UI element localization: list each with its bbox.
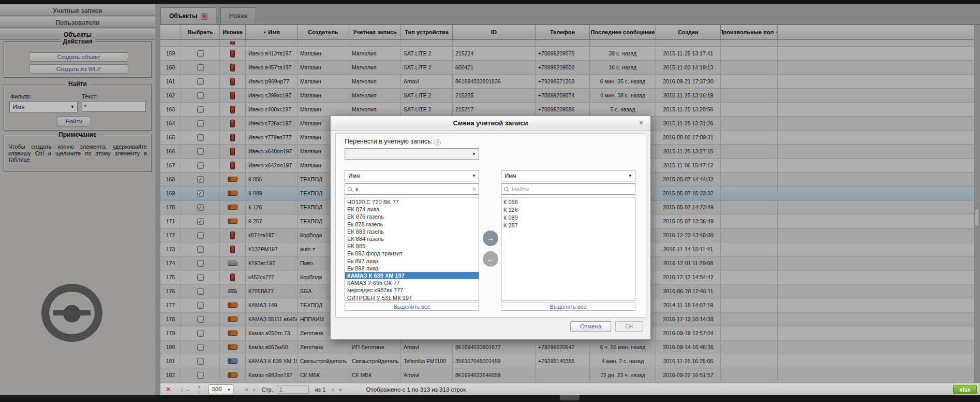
source-search-input[interactable] <box>354 185 470 193</box>
bottom-edge-strip: ····· <box>0 395 980 402</box>
move-right-button[interactable]: → <box>483 231 498 246</box>
list-item[interactable]: К 089 <box>501 214 635 222</box>
help-icon[interactable]: ? <box>434 139 441 146</box>
list-item[interactable]: ЕК 876 газель <box>345 213 479 220</box>
source-filter-value: Имя <box>348 173 360 179</box>
source-filter-select[interactable]: Имя <box>345 170 479 181</box>
dialog-title: Смена учетной записи <box>331 116 650 131</box>
target-account-select[interactable] <box>345 148 479 160</box>
list-item[interactable]: мерседес х987вк 777 <box>345 286 479 294</box>
panel-grip[interactable]: ····· <box>560 395 580 400</box>
application-window: Учетные записиПользователиОбъекты Действ… <box>0 0 980 402</box>
list-item[interactable]: ЕК 885 <box>345 242 479 250</box>
page-input[interactable] <box>277 385 309 394</box>
clear-selection-icon[interactable]: ✕ <box>166 386 171 393</box>
target-filter-select[interactable]: Имя <box>501 170 635 181</box>
dialog-buttons: Отмена ОК <box>570 321 643 332</box>
list-item[interactable]: К 056 <box>501 198 635 206</box>
page-size-select[interactable]: 500 <box>209 384 233 394</box>
target-search-input[interactable] <box>511 185 632 193</box>
page-label: Стр. <box>261 386 273 393</box>
modal-target-list[interactable]: К 056К 126К 089К 257 <box>501 197 635 300</box>
grid-toolbar: ✕ ⋮→ ? ↔ 500 « ‹ Стр. из 1 › » Отображен… <box>160 383 980 395</box>
fit-icon-arrows: ↔ <box>197 390 201 394</box>
target-search-box <box>501 183 635 195</box>
first-page-button[interactable]: « <box>245 386 248 393</box>
next-page-button[interactable]: › <box>332 386 334 393</box>
list-item[interactable]: ЕК 874 лиаз <box>345 206 479 213</box>
list-item[interactable]: ЕК 883 газель <box>345 228 479 235</box>
clear-search-icon[interactable]: × <box>473 186 476 192</box>
target-filter-value: Имя <box>504 173 516 179</box>
list-item[interactable]: К 126 <box>501 206 635 214</box>
transfer-label-text: Перенести в учетную запись: <box>345 138 433 145</box>
list-item[interactable]: КАМАЗ У 695 ОК 77 <box>345 279 479 286</box>
list-item[interactable]: СИТРОЕН У 531 МК 197 <box>345 294 479 300</box>
list-item[interactable]: КАМАЗ К 639 ХМ 197 <box>345 272 479 279</box>
export-xlsx-button[interactable]: xlsx <box>953 385 977 394</box>
modal-source-list[interactable]: HD120 C 720 BK 77ЕК 874 лиазЕК 876 газел… <box>345 197 479 300</box>
search-icon <box>348 187 352 191</box>
list-item[interactable]: Ек 878 газель <box>345 221 479 228</box>
fit-columns-icon[interactable]: ? ↔ <box>197 385 201 394</box>
list-item[interactable]: HD120 C 720 BK 77 <box>345 198 479 206</box>
transfer-label: Перенести в учетную запись:? <box>345 138 441 146</box>
cancel-button[interactable]: Отмена <box>570 321 611 332</box>
source-search-box: × <box>345 183 479 195</box>
target-select-all-link[interactable]: Выделить все <box>501 303 635 311</box>
move-left-button[interactable]: ← <box>483 251 498 267</box>
change-account-dialog: Смена учетной записи × Перенести в учетн… <box>330 116 651 340</box>
last-page-button[interactable]: » <box>338 386 342 393</box>
search-icon <box>504 187 508 191</box>
prev-page-button[interactable]: ‹ <box>253 386 255 393</box>
page-count-label: из 1 <box>315 386 325 393</box>
ok-button[interactable]: ОК <box>615 321 643 332</box>
source-select-all-link[interactable]: Выделить все <box>345 303 479 311</box>
dialog-close-icon[interactable]: × <box>637 119 645 127</box>
rows-status: Отображено с 1 по 313 из 313 строк <box>366 386 466 393</box>
list-item[interactable]: Ек 893 форд транзит <box>345 250 479 257</box>
page-size-value: 500 <box>212 386 221 392</box>
columns-settings-icon[interactable]: ⋮→ <box>180 387 190 392</box>
list-item[interactable]: Ек 897 лиаз <box>345 257 479 265</box>
dialog-content: Перенести в учетную запись:? Имя × HD120… <box>335 133 646 318</box>
list-item[interactable]: К 257 <box>501 222 635 229</box>
list-item[interactable]: ЕК 884 газель <box>345 235 479 242</box>
list-item[interactable]: Ек 898 лиаз <box>345 265 479 272</box>
